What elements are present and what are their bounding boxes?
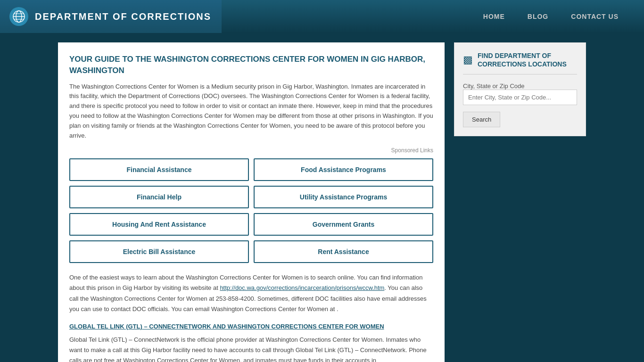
rent-assistance-button[interactable]: Rent Assistance [254, 240, 433, 263]
housing-rent-button[interactable]: Housing And Rent Assistance [69, 213, 249, 236]
body-link[interactable]: http://doc.wa.gov/corrections/incarcerat… [220, 284, 384, 291]
main-nav: HOME BLOG CONTACT US [472, 13, 644, 20]
sidebar: ▩ FIND DEPARTMENT OF CORRECTIONS LOCATIO… [454, 42, 586, 362]
body-text: One of the easiest ways to learn about t… [69, 272, 433, 314]
button-grid: Financial AssistanceFood Assistance Prog… [69, 158, 433, 263]
search-button[interactable]: Search [463, 112, 500, 127]
intro-text: The Washington Corrections Center for Wo… [69, 82, 433, 141]
chart-icon: ▩ [463, 54, 473, 66]
sponsored-links: Sponsored Links [69, 147, 433, 154]
electric-bill-button[interactable]: Electric Bill Assistance [69, 240, 249, 263]
nav-blog[interactable]: BLOG [516, 13, 560, 20]
financial-assistance-button[interactable]: Financial Assistance [69, 158, 249, 181]
page-heading: YOUR GUIDE TO THE WASHINGTON CORRECTIONS… [69, 54, 433, 76]
food-assistance-button[interactable]: Food Assistance Programs [254, 158, 433, 181]
government-grants-button[interactable]: Government Grants [254, 213, 433, 236]
header: DEPARTMENT OF CORRECTIONS HOME BLOG CONT… [0, 0, 644, 33]
globe-icon [9, 7, 28, 26]
financial-help-button[interactable]: Financial Help [69, 186, 249, 208]
location-label: City, State or Zip Code [463, 82, 525, 90]
main-wrapper: YOUR GUIDE TO THE WASHINGTON CORRECTIONS… [53, 42, 591, 362]
utility-assistance-button[interactable]: Utility Assistance Programs [254, 186, 433, 208]
find-widget-header: ▩ FIND DEPARTMENT OF CORRECTIONS LOCATIO… [463, 51, 577, 74]
gtl-text: Global Tel Link (GTL) – ConnectNetwork i… [69, 335, 433, 362]
nav-home[interactable]: HOME [472, 13, 516, 20]
find-widget: ▩ FIND DEPARTMENT OF CORRECTIONS LOCATIO… [454, 42, 586, 136]
nav-contact[interactable]: CONTACT US [560, 13, 630, 20]
gtl-heading: GLOBAL TEL LINK (GTL) – CONNECTNETWORK A… [69, 322, 433, 331]
logo-area: DEPARTMENT OF CORRECTIONS [0, 0, 222, 33]
site-title: DEPARTMENT OF CORRECTIONS [35, 11, 211, 22]
zip-input[interactable] [463, 90, 577, 105]
content-area: YOUR GUIDE TO THE WASHINGTON CORRECTIONS… [58, 42, 445, 362]
find-widget-title: FIND DEPARTMENT OF CORRECTIONS LOCATIONS [478, 51, 577, 68]
